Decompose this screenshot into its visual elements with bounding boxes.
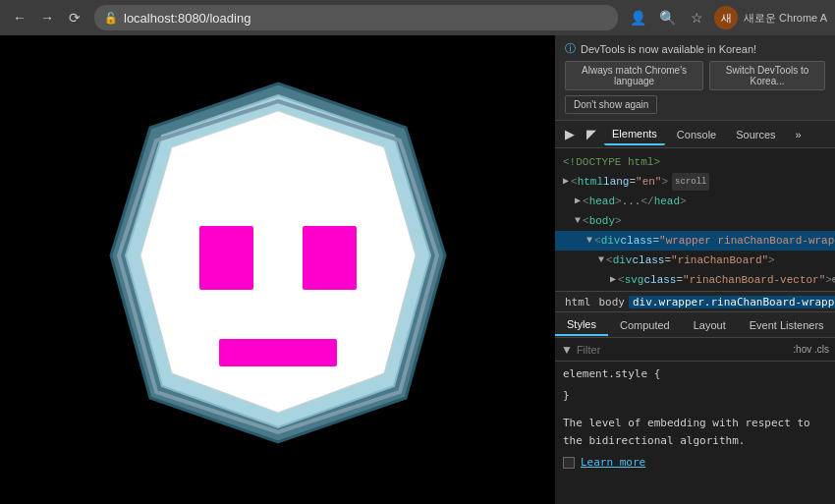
info-icon: ⓘ [565, 41, 576, 56]
scroll-badge[interactable]: scroll [672, 173, 709, 191]
url-text: localhost:8080/loading [124, 11, 250, 26]
triangle-rinachan[interactable] [598, 252, 604, 269]
svg-vector[interactable]: <svg class="rinaChanBoard-vector" > ⊕⊖ <… [555, 270, 835, 290]
style-selector: element.style { [563, 367, 660, 380]
dont-show-row: Learn more [563, 450, 827, 472]
learn-more-link[interactable]: Learn more [581, 454, 645, 472]
breadcrumb-body[interactable]: body [595, 296, 630, 308]
head-tag[interactable]: <head> ... </head> [555, 192, 835, 211]
svg-rect-5 [303, 226, 357, 290]
style-rule-close: } [563, 387, 827, 405]
body-tag[interactable]: <body> [555, 211, 835, 231]
devtools-panel: ⓘ DevTools is now available in Korean! A… [555, 35, 835, 504]
always-match-button[interactable]: Always match Chrome's language [565, 61, 703, 90]
tab-computed[interactable]: Computed [608, 315, 682, 335]
triangle-html[interactable] [563, 173, 569, 191]
user-label: 새로운 Chrome A [744, 11, 827, 26]
triangle-wrapper[interactable] [586, 232, 592, 250]
devtools-notification: ⓘ DevTools is now available in Korean! A… [555, 35, 835, 121]
devtools-toolbar: ▶ ◤ Elements Console Sources » [555, 121, 835, 148]
notification-buttons: Always match Chrome's language Switch De… [565, 61, 825, 90]
svg-marker-2 [140, 111, 416, 413]
filter-pseudo[interactable]: :hov .cls [793, 344, 829, 355]
tab-elements[interactable]: Elements [604, 124, 665, 145]
switch-devtools-button[interactable]: Switch DevTools to Korea... [709, 61, 825, 90]
avatar-text: 새 [721, 11, 732, 26]
main-area: ⓘ DevTools is now available in Korean! A… [0, 35, 835, 504]
elements-tree[interactable]: <!DOCTYPE html> <html lang="en" > scroll… [555, 148, 835, 291]
triangle-svg-vector[interactable] [610, 271, 616, 289]
tab-event-listeners[interactable]: Event Listeners [738, 315, 835, 335]
search-icon[interactable]: 🔍 [655, 6, 679, 29]
browser-actions: 👤 🔍 ☆ 새 새로운 Chrome A [626, 6, 827, 29]
notification-title: ⓘ DevTools is now available in Korean! [565, 41, 825, 56]
triangle-head[interactable] [575, 193, 581, 210]
nav-buttons: ← → ⟳ [8, 6, 86, 29]
svg-rect-6 [219, 339, 337, 366]
back-button[interactable]: ← [8, 6, 31, 29]
lock-icon: 🔓 [104, 12, 118, 25]
svg-rect-4 [199, 226, 253, 290]
notification-text: DevTools is now available in Korean! [581, 43, 756, 55]
character-container [0, 35, 555, 504]
avatar: 새 [714, 6, 738, 29]
inspect-icon[interactable]: ▶ [561, 125, 579, 143]
html-doctype[interactable]: <!DOCTYPE html> [555, 152, 835, 172]
filter-input[interactable] [577, 344, 789, 356]
profile-icon[interactable]: 👤 [626, 6, 649, 29]
browser-chrome: ← → ⟳ 🔓 localhost:8080/loading 👤 🔍 ☆ 새 새… [0, 0, 835, 35]
triangle-body[interactable] [575, 212, 581, 230]
dont-show-again-button[interactable]: Don't show again [565, 95, 657, 114]
tab-sources[interactable]: Sources [728, 125, 783, 144]
breadcrumb-html[interactable]: html [561, 296, 595, 308]
forward-button[interactable]: → [35, 6, 59, 29]
wrapper-div[interactable]: <div class="wrapper rinaChanBoard-wrappe… [555, 231, 835, 251]
styles-panel-tabs: Styles Computed Layout Event Listeners D… [555, 312, 835, 338]
bidi-description: The level of embedding with respect to t… [563, 415, 827, 450]
tab-console[interactable]: Console [669, 125, 724, 144]
tab-more[interactable]: » [788, 125, 809, 144]
dont-show-checkbox[interactable] [563, 457, 575, 469]
styles-filter: ▼ :hov .cls [555, 338, 835, 362]
filter-icon: ▼ [561, 343, 573, 357]
character-svg [101, 74, 455, 467]
device-icon[interactable]: ◤ [583, 125, 600, 143]
breadcrumb-wrapper[interactable]: div.wrapper.rinaChanBoard-wrapper [629, 296, 835, 308]
bookmark-icon[interactable]: ☆ [685, 6, 708, 29]
tab-layout[interactable]: Layout [682, 315, 738, 335]
styles-content: element.style { } The level of embedding… [555, 362, 835, 504]
element-style-rule: element.style { [563, 365, 827, 383]
html-tag[interactable]: <html lang="en" > scroll [555, 172, 835, 192]
breadcrumb-bar: html body div.wrapper.rinaChanBoard-wrap… [555, 291, 835, 312]
rinachanboard-div[interactable]: <div class="rinaChanBoard" > [555, 251, 835, 270]
page-content [0, 35, 555, 504]
reload-button[interactable]: ⟳ [63, 6, 86, 29]
tab-styles[interactable]: Styles [555, 314, 608, 336]
address-bar[interactable]: 🔓 localhost:8080/loading [94, 5, 618, 30]
